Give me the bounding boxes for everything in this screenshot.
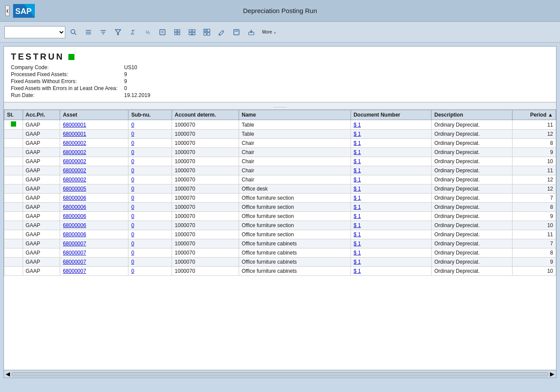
document-number-cell[interactable]: $ 1 [351, 212, 432, 221]
sub-nu-link[interactable]: 0 [131, 168, 134, 174]
asset-link[interactable]: 68000002 [63, 140, 86, 146]
drag-handle[interactable]: ……… [4, 102, 556, 110]
grid-button[interactable] [171, 26, 184, 38]
sub-nu-cell[interactable]: 0 [128, 248, 172, 258]
sub-nu-cell[interactable]: 0 [128, 267, 172, 276]
document-number-link[interactable]: $ 1 [354, 131, 361, 137]
sub-nu-link[interactable]: 0 [131, 259, 134, 265]
asset-link[interactable]: 68000006 [63, 213, 86, 219]
align-rows-button[interactable] [82, 26, 95, 38]
asset-cell[interactable]: 68000002 [60, 139, 128, 148]
sub-nu-cell[interactable]: 0 [128, 157, 172, 166]
sub-nu-link[interactable]: 0 [131, 158, 134, 164]
document-number-cell[interactable]: $ 1 [351, 166, 432, 175]
sub-nu-cell[interactable]: 0 [128, 258, 172, 267]
asset-cell[interactable]: 68000001 [60, 130, 128, 139]
asset-cell[interactable]: 68000002 [60, 175, 128, 184]
document-number-link[interactable]: $ 1 [354, 158, 361, 164]
document-number-cell[interactable]: $ 1 [351, 157, 432, 166]
sub-nu-cell[interactable]: 0 [128, 239, 172, 248]
document-number-link[interactable]: $ 1 [354, 177, 361, 183]
sub-nu-link[interactable]: 0 [131, 195, 134, 201]
search-button[interactable] [67, 26, 80, 38]
asset-link[interactable]: 68000006 [63, 222, 86, 228]
sub-nu-link[interactable]: 0 [131, 140, 134, 146]
asset-link[interactable]: 68000002 [63, 168, 86, 174]
sub-nu-cell[interactable]: 0 [128, 212, 172, 221]
asset-cell[interactable]: 68000001 [60, 120, 128, 130]
toolbar-select[interactable] [4, 26, 65, 38]
document-number-cell[interactable]: $ 1 [351, 130, 432, 139]
asset-cell[interactable]: 68000007 [60, 267, 128, 276]
sub-nu-link[interactable]: 0 [131, 149, 134, 155]
asset-cell[interactable]: 68000006 [60, 212, 128, 221]
fraction-button[interactable]: ½ [141, 26, 154, 38]
funnel-button[interactable] [111, 26, 125, 38]
asset-cell[interactable]: 68000007 [60, 239, 128, 248]
detail-view-button[interactable] [156, 26, 169, 38]
sub-nu-cell[interactable]: 0 [128, 203, 172, 212]
document-number-cell[interactable]: $ 1 [351, 175, 432, 184]
scroll-left-arrow[interactable]: ◀ [6, 371, 10, 377]
asset-cell[interactable]: 68000006 [60, 203, 128, 212]
sub-nu-cell[interactable]: 0 [128, 194, 172, 203]
document-number-link[interactable]: $ 1 [354, 204, 361, 210]
asset-cell[interactable]: 68000002 [60, 166, 128, 175]
sub-nu-link[interactable]: 0 [131, 213, 134, 219]
document-number-link[interactable]: $ 1 [354, 149, 361, 155]
sub-nu-cell[interactable]: 0 [128, 130, 172, 139]
sub-nu-link[interactable]: 0 [131, 177, 134, 183]
sub-nu-link[interactable]: 0 [131, 131, 134, 137]
document-number-cell[interactable]: $ 1 [351, 258, 432, 267]
back-button[interactable]: ‹ [5, 5, 10, 16]
sub-nu-link[interactable]: 0 [131, 186, 134, 192]
sub-nu-cell[interactable]: 0 [128, 148, 172, 157]
asset-link[interactable]: 68000007 [63, 250, 86, 256]
subtotal-button[interactable] [186, 26, 199, 38]
asset-cell[interactable]: 68000005 [60, 184, 128, 194]
document-number-link[interactable]: $ 1 [354, 195, 361, 201]
sub-nu-cell[interactable]: 0 [128, 166, 172, 175]
sub-nu-link[interactable]: 0 [131, 268, 134, 274]
filter-rows-button[interactable] [97, 26, 110, 38]
asset-cell[interactable]: 68000002 [60, 148, 128, 157]
horizontal-scrollbar[interactable]: ◀ ▶ [4, 370, 556, 378]
document-number-link[interactable]: $ 1 [354, 250, 361, 256]
sub-nu-link[interactable]: 0 [131, 231, 134, 238]
document-number-link[interactable]: $ 1 [354, 231, 361, 238]
document-number-cell[interactable]: $ 1 [351, 267, 432, 276]
sigma-button[interactable]: Σ [126, 26, 139, 38]
asset-cell[interactable]: 68000006 [60, 230, 128, 239]
document-number-cell[interactable]: $ 1 [351, 184, 432, 194]
document-number-link[interactable]: $ 1 [354, 222, 361, 228]
sub-nu-cell[interactable]: 0 [128, 139, 172, 148]
document-number-cell[interactable]: $ 1 [351, 120, 432, 130]
asset-cell[interactable]: 68000006 [60, 194, 128, 203]
asset-cell[interactable]: 68000002 [60, 157, 128, 166]
asset-link[interactable]: 68000007 [63, 268, 86, 274]
document-number-cell[interactable]: $ 1 [351, 248, 432, 258]
document-number-link[interactable]: $ 1 [354, 259, 361, 265]
asset-link[interactable]: 68000002 [63, 149, 86, 155]
asset-link[interactable]: 68000006 [63, 204, 86, 210]
sub-nu-cell[interactable]: 0 [128, 175, 172, 184]
asset-link[interactable]: 68000002 [63, 158, 86, 164]
asset-link[interactable]: 68000002 [63, 177, 86, 183]
edit-button[interactable] [215, 26, 228, 38]
sub-nu-cell[interactable]: 0 [128, 230, 172, 239]
asset-link[interactable]: 68000006 [63, 231, 86, 238]
asset-link[interactable]: 68000007 [63, 241, 86, 247]
document-number-cell[interactable]: $ 1 [351, 239, 432, 248]
document-number-link[interactable]: $ 1 [354, 140, 361, 146]
document-number-link[interactable]: $ 1 [354, 213, 361, 219]
layout-button[interactable] [230, 26, 243, 38]
document-number-cell[interactable]: $ 1 [351, 194, 432, 203]
document-number-cell[interactable]: $ 1 [351, 203, 432, 212]
document-number-cell[interactable]: $ 1 [351, 148, 432, 157]
document-number-link[interactable]: $ 1 [354, 122, 361, 128]
document-number-cell[interactable]: $ 1 [351, 221, 432, 230]
document-number-cell[interactable]: $ 1 [351, 230, 432, 239]
document-number-link[interactable]: $ 1 [354, 168, 361, 174]
asset-link[interactable]: 68000006 [63, 195, 86, 201]
scroll-right-arrow[interactable]: ▶ [550, 371, 554, 377]
